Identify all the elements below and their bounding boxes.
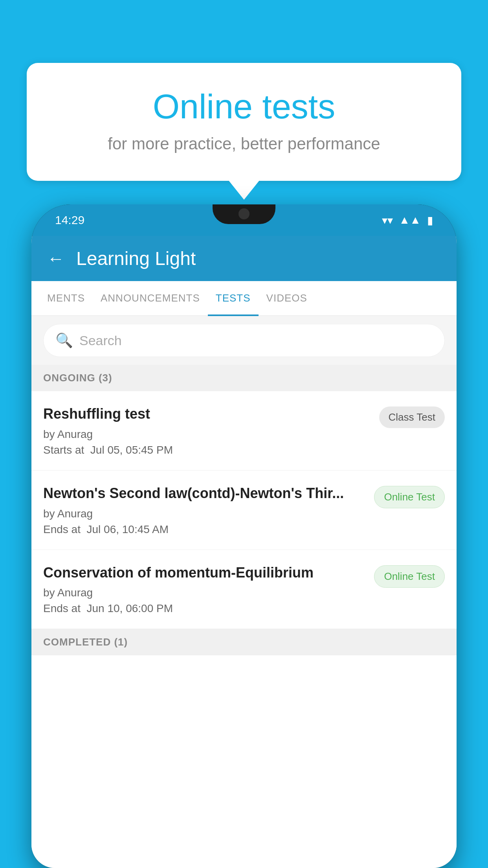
test-name-3: Conservation of momentum-Equilibrium bbox=[43, 564, 366, 582]
signal-icon: ▲▲ bbox=[399, 214, 421, 226]
test-info-3: Conservation of momentum-Equilibrium by … bbox=[43, 564, 366, 615]
search-container: 🔍 Search bbox=[31, 316, 457, 365]
search-bar[interactable]: 🔍 Search bbox=[43, 324, 445, 357]
test-info-1: Reshuffling test by Anurag Starts at Jul… bbox=[43, 405, 371, 456]
test-list: Reshuffling test by Anurag Starts at Jul… bbox=[31, 391, 457, 868]
app-header: ← Learning Light bbox=[31, 236, 457, 281]
status-bar: 14:29 ▾▾ ▲▲ ▮ bbox=[31, 204, 457, 236]
bubble-subtitle: for more practice, better performance bbox=[46, 134, 442, 153]
test-time-1: Starts at Jul 05, 05:45 PM bbox=[43, 444, 371, 456]
test-author-3: by Anurag bbox=[43, 587, 366, 599]
status-icons: ▾▾ ▲▲ ▮ bbox=[382, 214, 433, 227]
tab-ments[interactable]: MENTS bbox=[39, 281, 93, 315]
test-item-3[interactable]: Conservation of momentum-Equilibrium by … bbox=[31, 550, 457, 629]
speech-bubble: Online tests for more practice, better p… bbox=[27, 63, 461, 181]
test-item-1[interactable]: Reshuffling test by Anurag Starts at Jul… bbox=[31, 391, 457, 471]
tabs-bar: MENTS ANNOUNCEMENTS TESTS VIDEOS bbox=[31, 281, 457, 316]
test-time-2: Ends at Jul 06, 10:45 AM bbox=[43, 523, 366, 536]
completed-section-header: COMPLETED (1) bbox=[31, 629, 457, 655]
test-badge-2: Online Test bbox=[374, 486, 445, 508]
bubble-title: Online tests bbox=[46, 86, 442, 127]
phone-notch bbox=[213, 204, 275, 224]
back-button[interactable]: ← bbox=[47, 249, 64, 268]
test-time-3: Ends at Jun 10, 06:00 PM bbox=[43, 602, 366, 615]
wifi-icon: ▾▾ bbox=[382, 214, 393, 227]
search-placeholder: Search bbox=[79, 333, 122, 348]
test-badge-1: Class Test bbox=[379, 406, 445, 428]
test-info-2: Newton's Second law(contd)-Newton's Thir… bbox=[43, 484, 366, 536]
camera bbox=[238, 208, 250, 219]
battery-icon: ▮ bbox=[427, 214, 433, 227]
tab-videos[interactable]: VIDEOS bbox=[259, 281, 315, 315]
test-badge-3: Online Test bbox=[374, 565, 445, 588]
search-icon: 🔍 bbox=[55, 332, 73, 349]
test-item-2[interactable]: Newton's Second law(contd)-Newton's Thir… bbox=[31, 471, 457, 550]
phone-frame: 14:29 ▾▾ ▲▲ ▮ ← Learning Light MENTS ANN… bbox=[31, 204, 457, 868]
tab-announcements[interactable]: ANNOUNCEMENTS bbox=[93, 281, 208, 315]
status-time: 14:29 bbox=[55, 213, 84, 227]
phone-screen: ← Learning Light MENTS ANNOUNCEMENTS TES… bbox=[31, 236, 457, 868]
test-name-1: Reshuffling test bbox=[43, 405, 371, 423]
tab-tests[interactable]: TESTS bbox=[208, 281, 259, 315]
app-title: Learning Light bbox=[76, 248, 196, 269]
test-name-2: Newton's Second law(contd)-Newton's Thir… bbox=[43, 484, 366, 503]
ongoing-section-header: ONGOING (3) bbox=[31, 365, 457, 391]
test-author-2: by Anurag bbox=[43, 508, 366, 520]
test-author-1: by Anurag bbox=[43, 428, 371, 441]
